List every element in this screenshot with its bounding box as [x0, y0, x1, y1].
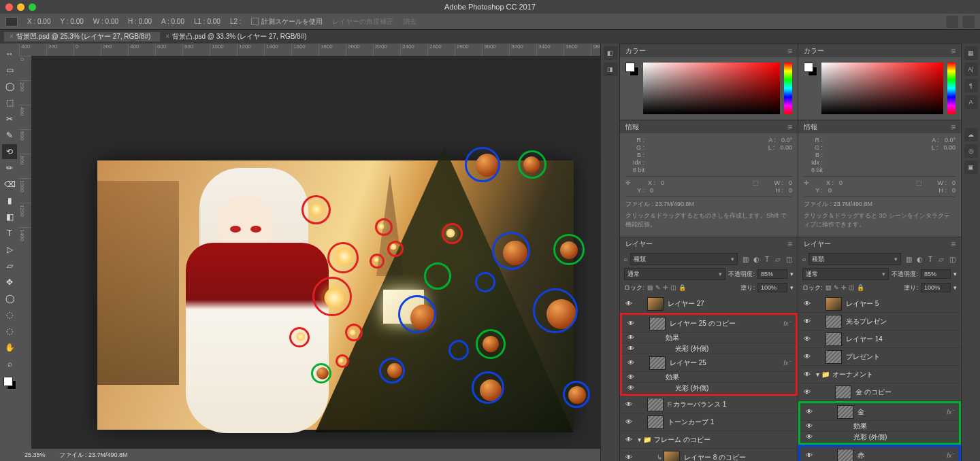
zoom-level[interactable]: 25.35%	[24, 451, 46, 458]
panel-menu-icon[interactable]: ≡	[951, 46, 956, 56]
layer-thumbnail[interactable]	[647, 415, 664, 429]
opt-layer-angle[interactable]: レイヤーの角度補正	[332, 17, 393, 27]
tool-button[interactable]: ◌	[2, 324, 17, 339]
lock-all-icon[interactable]: ▨	[826, 284, 832, 291]
layer-name[interactable]: 光彩 (外側)	[675, 344, 791, 354]
info-panel-tab[interactable]: 情報≡	[798, 120, 961, 133]
layer-name[interactable]: 効果	[666, 333, 791, 343]
layer-name[interactable]: レイヤー 14	[846, 335, 957, 344]
layer-thumbnail[interactable]	[826, 332, 842, 346]
panel-menu-icon[interactable]: ≡	[787, 239, 792, 249]
layer-folder[interactable]: 👁▾ 📁フレーム のコピー	[620, 431, 798, 449]
tool-button[interactable]: ▱	[2, 258, 17, 273]
document-tab[interactable]: ×背景凸.psd @ 33.3% (レイヤー 27, RGB/8#)	[160, 32, 316, 41]
layer-thumbnail[interactable]	[837, 405, 853, 419]
layer-name[interactable]: 金 のコピー	[855, 388, 957, 397]
layer-name[interactable]: レイヤー 5	[846, 299, 957, 309]
fx-badge[interactable]: fx	[947, 452, 951, 459]
layer-row[interactable]: 👁↳レイヤー 8 のコピー	[620, 449, 798, 461]
layer-folder[interactable]: 👁▾ 📁オーナメント	[798, 366, 961, 383]
tool-button[interactable]: ◯	[2, 291, 17, 306]
visibility-toggle-icon[interactable]: 👁	[622, 373, 640, 381]
panel-menu-icon[interactable]: ≡	[787, 122, 792, 132]
filter-type-icon[interactable]: T	[762, 256, 772, 263]
canvas-image[interactable]	[97, 160, 574, 430]
lock-position-icon[interactable]: ✛	[663, 284, 668, 291]
layer-filter-kind[interactable]: 種類	[808, 253, 901, 265]
filter-adjust-icon[interactable]: ◐	[751, 256, 761, 263]
layer-thumbnail[interactable]	[647, 398, 664, 411]
fill-input[interactable]: 100%	[757, 283, 787, 292]
visibility-toggle-icon[interactable]: 👁	[622, 345, 640, 352]
visibility-toggle-icon[interactable]: 👁	[798, 335, 816, 343]
layer-thumbnail[interactable]	[826, 297, 842, 311]
color-panel-tab[interactable]: カラー≡	[798, 44, 961, 57]
layer-row[interactable]: 👁レイヤー 27	[620, 295, 798, 313]
color-field[interactable]	[821, 63, 943, 114]
chevron-up-icon[interactable]: ˆ	[789, 360, 791, 366]
filter-smart-icon[interactable]: ◫	[784, 256, 794, 263]
layer-row[interactable]: 👁プレゼント	[798, 348, 961, 366]
hue-slider[interactable]	[947, 63, 956, 114]
cloud-icon[interactable]: ☁	[964, 128, 978, 141]
layers-panel-tab[interactable]: レイヤー≡	[798, 237, 961, 250]
fx-badge[interactable]: fx	[783, 360, 788, 366]
hue-slider[interactable]	[784, 63, 792, 114]
layer-effect-row[interactable]: 👁効果	[622, 332, 796, 343]
opacity-input[interactable]: 85%	[921, 269, 951, 279]
tool-button[interactable]: T	[2, 226, 17, 241]
zoom-window-button[interactable]	[29, 3, 36, 11]
layer-name[interactable]: 光彩 (外側)	[853, 432, 955, 442]
tool-button[interactable]: ▮	[2, 193, 17, 208]
lock-pixels-icon[interactable]: ✎	[834, 284, 839, 291]
lock-icon[interactable]: 🔒	[679, 284, 686, 291]
layers-panel-tab[interactable]: レイヤー≡	[620, 237, 798, 250]
tool-button[interactable]: ✏	[2, 160, 17, 175]
char-icon[interactable]: A|	[964, 63, 978, 76]
glyph-icon[interactable]: A	[964, 95, 978, 109]
layer-name[interactable]: 赤	[858, 451, 944, 460]
filter-smart-icon[interactable]: ◫	[947, 256, 957, 263]
layer-thumbnail[interactable]	[664, 451, 680, 461]
lock-artboard-icon[interactable]: ◫	[670, 284, 676, 291]
layer-name[interactable]: 効果	[666, 373, 791, 382]
layer-thumbnail[interactable]	[826, 315, 842, 328]
layer-thumbnail[interactable]	[835, 386, 851, 399]
layer-name[interactable]: トーンカーブ 1	[668, 417, 794, 427]
workspace-icon[interactable]	[962, 16, 975, 28]
tool-button[interactable]: ◧	[2, 209, 17, 224]
layer-name[interactable]: 効果	[853, 422, 955, 431]
layer-name[interactable]: 光るプレゼン	[846, 317, 957, 326]
layer-row[interactable]: 👁赤fxˆ	[800, 447, 959, 461]
layer-thumbnail[interactable]	[649, 356, 666, 370]
layer-filter-kind[interactable]: 種類	[630, 253, 738, 265]
color-swatch[interactable]	[625, 63, 639, 76]
info-panel-tab[interactable]: 情報≡	[620, 120, 798, 133]
visibility-toggle-icon[interactable]: 👁	[798, 318, 816, 325]
visibility-toggle-icon[interactable]: 👁	[622, 359, 640, 366]
cc-icon[interactable]: ◎	[964, 144, 978, 158]
color-panel-tab[interactable]: カラー≡	[620, 44, 798, 57]
layer-row[interactable]: 👁光るプレゼン	[798, 313, 961, 330]
layer-name[interactable]: レイヤー 27	[668, 299, 794, 309]
color-swatch[interactable]	[3, 377, 16, 389]
search-icon[interactable]	[946, 16, 958, 28]
blend-mode-dropdown[interactable]: 通常	[802, 268, 889, 280]
fx-badge[interactable]: fx	[947, 409, 951, 415]
visibility-toggle-icon[interactable]: 👁	[622, 384, 640, 392]
lock-artboard-icon[interactable]: ◫	[849, 284, 855, 291]
layer-name[interactable]: プレゼント	[846, 352, 957, 362]
layer-name[interactable]: カラーバランス 1	[673, 400, 794, 409]
filter-pixel-icon[interactable]: ▥	[904, 256, 913, 263]
dock-icon[interactable]: ◨	[604, 63, 617, 76]
lock-pixels-icon[interactable]: ✎	[655, 284, 661, 291]
para-icon[interactable]: ¶	[964, 79, 978, 92]
minimize-window-button[interactable]	[17, 3, 24, 11]
props-icon[interactable]: ▣	[964, 160, 978, 174]
panel-menu-icon[interactable]: ≡	[951, 239, 956, 249]
grid-icon[interactable]: ▦	[964, 46, 978, 60]
canvas-area[interactable]: 4002000200400600800100012001400160018002…	[19, 44, 600, 461]
document-tab[interactable]: ×背景凹.psd @ 25.3% (レイヤー 27, RGB/8#)	[4, 32, 160, 41]
visibility-toggle-icon[interactable]: 👁	[622, 334, 640, 341]
tool-button[interactable]: ◯	[2, 79, 17, 94]
